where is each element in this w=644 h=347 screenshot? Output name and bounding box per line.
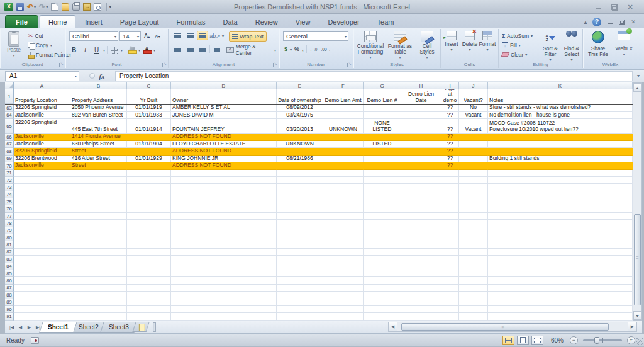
cell-C85[interactable] [127,270,171,277]
workbook-restore-button[interactable] [619,20,625,25]
cell-A68[interactable]: 32206 Springfield [14,148,70,156]
zoom-level[interactable]: 60% [551,337,564,344]
cell-C82[interactable] [127,249,171,256]
align-center-button[interactable] [184,44,196,54]
cell-C84[interactable] [127,263,171,270]
cell-I87[interactable] [441,285,459,292]
cell-H67[interactable] [401,141,441,149]
cell-A65[interactable]: 32206 Springfield [14,119,70,134]
cell-I73[interactable] [441,184,459,191]
cell-I79[interactable] [441,227,459,234]
cell-E76[interactable] [277,205,323,212]
cell-C71[interactable] [127,170,171,177]
cell-F69[interactable] [323,156,364,163]
cell-B80[interactable] [70,234,127,241]
cell-styles-button[interactable]: Cell Styles▾ [415,31,439,60]
cell-D1[interactable]: Owner [171,89,277,104]
cell-D84[interactable] [171,263,277,270]
cell-G73[interactable] [364,184,401,191]
expand-formula-bar-icon[interactable]: ▾ [633,73,644,79]
cell-F74[interactable] [323,191,364,198]
scroll-up-icon[interactable]: ▲ [633,83,641,92]
cell-B72[interactable] [70,177,127,184]
shrink-font-button[interactable]: A▾ [153,31,162,41]
cell-K75[interactable] [488,198,633,205]
cell-A74[interactable] [14,191,70,198]
cell-C89[interactable] [127,299,171,306]
fill-color-button[interactable] [127,45,136,55]
cell-B70[interactable]: 1057 East Union Street [70,162,127,170]
cell-K88[interactable] [488,292,633,299]
cell-E71[interactable] [277,170,323,177]
cell-I74[interactable] [441,191,459,198]
cell-B91[interactable] [70,313,127,320]
tab-file[interactable]: File [5,15,38,28]
cell-C79[interactable] [127,227,171,234]
row-header-83[interactable]: 83 [5,256,14,263]
column-header-I[interactable]: I [441,82,459,89]
zoom-slider-thumb[interactable] [594,337,599,344]
cell-C86[interactable] [127,277,171,284]
row-header-63[interactable]: 63 [5,105,14,112]
cell-D91[interactable] [171,313,277,320]
cell-F68[interactable] [323,148,364,156]
row-header-75[interactable]: 75 [5,198,14,205]
cell-K85[interactable] [488,270,633,277]
row-header-71[interactable]: 71 [5,170,14,177]
cell-E75[interactable] [277,198,323,205]
workbook-close-button[interactable]: ✕ [629,18,638,26]
cell-K89[interactable] [488,299,633,306]
cell-K71[interactable] [488,170,633,177]
sort-filter-button[interactable]: AZ Sort & Filter▾ [540,31,560,63]
cell-A85[interactable] [14,270,70,277]
cell-H63[interactable] [401,105,441,112]
cell-B75[interactable] [70,198,127,205]
cell-F70[interactable] [323,162,364,170]
undo-icon[interactable]: ↶▾ [26,2,36,12]
cell-G77[interactable] [364,213,401,220]
borders-button[interactable] [109,45,119,55]
cell-E85[interactable] [277,270,323,277]
cell-K70[interactable] [488,162,633,170]
cell-B73[interactable] [70,184,127,191]
align-left-button[interactable] [172,44,183,54]
cell-E78[interactable] [277,220,323,227]
horizontal-scrollbar-thumb[interactable] [401,323,609,331]
tab-insert[interactable]: Insert [77,16,111,28]
cell-J77[interactable] [459,213,488,220]
row-header-87[interactable]: 87 [5,285,14,292]
row-header-90[interactable]: 90 [5,306,14,313]
cell-G83[interactable] [364,256,401,263]
cell-H70[interactable] [401,162,441,170]
cell-J66[interactable] [459,134,488,141]
cell-D68[interactable]: ADDRESS NOT FOUND [171,148,277,156]
column-header-C[interactable]: C [127,82,171,89]
formula-input[interactable]: Property Location [116,71,633,81]
cell-C66[interactable] [127,134,171,141]
increase-decimal-button[interactable]: ←.0 [309,47,318,52]
cell-K65[interactable]: MCCD Case #2008-110722 Foreclosure 10/20… [488,119,633,134]
cell-D82[interactable] [171,249,277,256]
clipboard-dialog-launcher-icon[interactable] [59,63,64,67]
cell-G91[interactable] [364,313,401,320]
cell-J89[interactable] [459,299,488,306]
cell-J72[interactable] [459,177,488,184]
cell-F75[interactable] [323,198,364,205]
row-header-81[interactable]: 81 [5,241,14,248]
cell-D72[interactable] [171,177,277,184]
underline-button[interactable]: U [92,45,101,55]
orientation-button[interactable]: ab↗ [209,31,221,40]
cell-E88[interactable] [277,292,323,299]
cell-B67[interactable]: 630 Phelps Street [70,141,127,149]
new-document-icon[interactable] [50,2,59,12]
cell-B84[interactable] [70,263,127,270]
minimize-button[interactable] [592,1,604,13]
grow-font-button[interactable]: A▴ [142,31,152,41]
cell-D83[interactable] [171,256,277,263]
row-header-1[interactable]: 1 [5,89,14,104]
cell-C74[interactable] [127,191,171,198]
cell-K1[interactable]: Notes [488,89,633,104]
cell-F73[interactable] [323,184,364,191]
cell-E86[interactable] [277,277,323,284]
export-icon[interactable] [82,2,91,12]
